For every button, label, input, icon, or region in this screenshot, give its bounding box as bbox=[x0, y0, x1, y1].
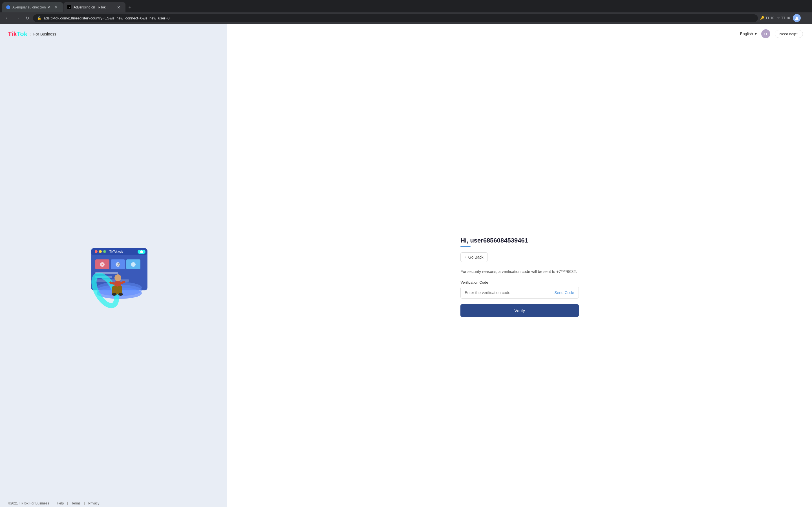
tab-2[interactable]: ♪ Advertising on TikTok | TikTok / ✕ bbox=[63, 2, 125, 12]
svg-point-18 bbox=[131, 262, 136, 267]
tab-title-1: Averiguar su dirección IP bbox=[12, 5, 50, 9]
go-back-label: Go Back bbox=[468, 255, 484, 260]
svg-point-26 bbox=[114, 274, 121, 281]
tt-badge-2: ☆ TT 10 bbox=[777, 16, 790, 20]
tt-badge-1: 🔑 TT 10 bbox=[760, 16, 774, 20]
tab-title-2: Advertising on TikTok | TikTok / bbox=[73, 5, 112, 9]
url-text: ads.tiktok.com/i18n/register?country=ES&… bbox=[44, 16, 169, 20]
copyright-text: ©2021 TikTok For Business bbox=[8, 501, 49, 505]
back-button[interactable]: ← bbox=[3, 14, 11, 22]
profile-button[interactable] bbox=[793, 14, 801, 22]
footer-privacy-link[interactable]: Privacy bbox=[88, 501, 99, 505]
send-code-button[interactable]: Send Code bbox=[550, 287, 578, 298]
right-panel-header: English ▾ U Need help? bbox=[227, 24, 812, 44]
chevron-left-icon: ‹ bbox=[465, 255, 466, 260]
language-label: English bbox=[740, 32, 753, 36]
verification-input-row: Send Code bbox=[460, 287, 579, 298]
title-underline bbox=[460, 246, 470, 247]
svg-text:♪: ♪ bbox=[69, 6, 70, 9]
logo-text: TikTok bbox=[8, 31, 28, 38]
tab-1[interactable]: Averiguar su dirección IP ✕ bbox=[2, 2, 63, 12]
security-message: For security reasons, a verification cod… bbox=[460, 269, 579, 275]
user-avatar: U bbox=[761, 29, 770, 38]
address-bar[interactable]: 🔒 ads.tiktok.com/i18n/register?country=E… bbox=[33, 14, 758, 22]
star-icon: ☆ bbox=[777, 16, 780, 20]
left-panel-header: TikTok : For Business bbox=[0, 24, 227, 45]
new-tab-button[interactable]: + bbox=[126, 3, 134, 11]
logo-separator: : bbox=[30, 31, 31, 37]
need-help-button[interactable]: Need help? bbox=[775, 30, 803, 38]
svg-text:♥: ♥ bbox=[101, 263, 103, 266]
page-layout: TikTok : For Business TikTok Ads bbox=[0, 24, 812, 507]
svg-point-6 bbox=[99, 250, 102, 253]
footer-help-link[interactable]: Help bbox=[57, 501, 64, 505]
key-icon: 🔑 bbox=[760, 16, 764, 20]
more-button[interactable]: ⋮ bbox=[804, 15, 809, 21]
tab-favicon-2: ♪ bbox=[67, 5, 71, 9]
svg-point-5 bbox=[95, 250, 98, 253]
go-back-button[interactable]: ‹ Go Back bbox=[460, 252, 488, 262]
illustration-container: TikTok Ads ♥ 💬 bbox=[0, 45, 227, 497]
forward-button[interactable]: → bbox=[13, 14, 21, 22]
svg-point-33 bbox=[118, 293, 123, 296]
footer-divider-1: | bbox=[52, 501, 53, 505]
tab-close-1[interactable]: ✕ bbox=[53, 4, 59, 10]
form-container: Hi, user6856084539461 ‹ Go Back For secu… bbox=[460, 237, 579, 317]
svg-point-7 bbox=[103, 250, 106, 253]
left-panel-footer: ©2021 TikTok For Business | Help | Terms… bbox=[0, 497, 227, 507]
reload-button[interactable]: ↻ bbox=[24, 14, 31, 22]
browser-controls: 🔑 TT 10 ☆ TT 10 ⋮ bbox=[760, 14, 809, 22]
svg-text:TikTok Ads: TikTok Ads bbox=[109, 250, 123, 253]
verification-code-label: Verification Code bbox=[460, 280, 579, 284]
tab-favicon-1 bbox=[6, 5, 10, 9]
tab-bar: Averiguar su dirección IP ✕ ♪ Advertisin… bbox=[0, 0, 812, 12]
tiktok-ads-illustration: TikTok Ads ♥ 💬 bbox=[74, 231, 153, 310]
left-panel: TikTok : For Business TikTok Ads bbox=[0, 24, 227, 507]
greeting-title: Hi, user6856084539461 bbox=[460, 237, 579, 244]
tab-close-2[interactable]: ✕ bbox=[116, 4, 121, 10]
svg-text:💬: 💬 bbox=[117, 263, 120, 267]
svg-point-10 bbox=[140, 250, 143, 253]
address-bar-row: ← → ↻ 🔒 ads.tiktok.com/i18n/register?cou… bbox=[0, 12, 812, 24]
tiktok-logo: TikTok : For Business bbox=[8, 31, 219, 38]
footer-terms-link[interactable]: Terms bbox=[71, 501, 81, 505]
verification-code-input[interactable] bbox=[461, 287, 550, 298]
logo-for-business: For Business bbox=[33, 32, 56, 36]
footer-divider-3: | bbox=[84, 501, 85, 505]
verify-button[interactable]: Verify bbox=[460, 304, 579, 317]
browser-chrome: Averiguar su dirección IP ✕ ♪ Advertisin… bbox=[0, 0, 812, 24]
lock-icon: 🔒 bbox=[37, 16, 42, 20]
right-panel: English ▾ U Need help? Hi, user685608453… bbox=[227, 24, 812, 507]
svg-point-32 bbox=[112, 293, 116, 296]
chevron-down-icon: ▾ bbox=[755, 32, 757, 36]
footer-divider-2: | bbox=[67, 501, 68, 505]
language-selector[interactable]: English ▾ bbox=[740, 32, 757, 36]
